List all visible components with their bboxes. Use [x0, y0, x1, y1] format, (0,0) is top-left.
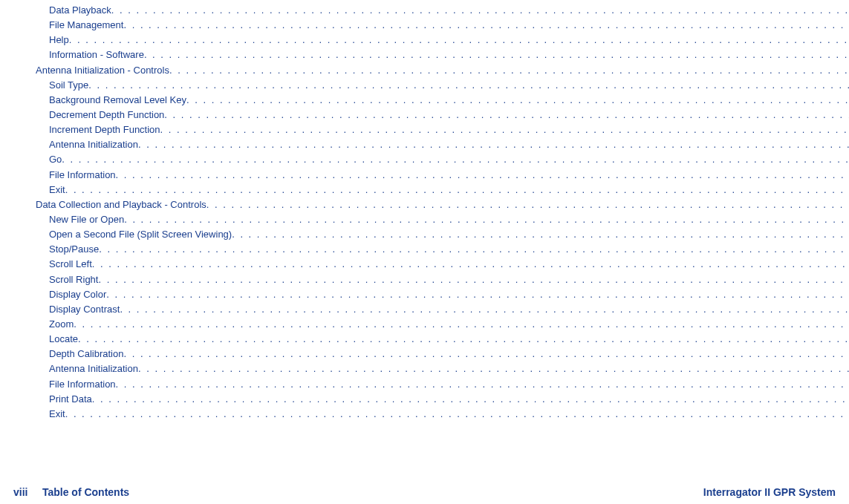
toc-entry[interactable]: Data Collection and Playback - Controls3… [13, 197, 849, 212]
toc-entry[interactable]: Increment Depth Function30-5 [13, 122, 849, 137]
toc-entry[interactable]: Print Data30-11 [13, 392, 849, 407]
toc-leader-dots [65, 407, 849, 422]
toc-entry-label: Antenna Initialization [49, 361, 138, 376]
toc-leader-dots [160, 122, 849, 137]
footer-title: Table of Contents [42, 486, 129, 498]
toc-entry-label: File Management [49, 18, 123, 33]
toc-entry-label: Increment Depth Function [49, 122, 160, 137]
toc-entry[interactable]: Display Contrast30-9 [13, 302, 849, 317]
toc-entry-label: Open a Second File (Split Screen Viewing… [49, 227, 232, 242]
toc-entry[interactable]: Open a Second File (Split Screen Viewing… [13, 227, 849, 242]
toc-entry-label: Exit [49, 183, 65, 197]
toc-leader-dots [123, 18, 849, 33]
toc-entry-label: Decrement Depth Function [49, 108, 164, 122]
toc-entry[interactable]: Zoom30-10 [13, 317, 849, 332]
toc-entry[interactable]: Data Playback30-2 [13, 3, 849, 18]
toc-entry[interactable]: Go30-6 [13, 152, 849, 167]
toc-entry[interactable]: Antenna Initialization30-5 [13, 137, 849, 152]
toc-entry-label: File Information [49, 168, 116, 183]
toc-entry-label: Soil Type [49, 78, 88, 93]
toc-leader-dots [69, 33, 849, 48]
toc-entry-label: Help [49, 33, 69, 48]
toc-leader-dots [164, 108, 849, 122]
toc-entry[interactable]: Scroll Left30-8 [13, 257, 849, 272]
toc-leader-dots [88, 78, 849, 93]
toc-entry-label: File Information [49, 377, 116, 392]
toc-leader-dots [106, 287, 849, 302]
toc-columns: Data Playback30-2File Management30-2Help… [13, 3, 836, 479]
toc-entry-label: Information - Software [49, 48, 144, 62]
toc-leader-dots [92, 392, 849, 407]
toc-leader-dots [123, 347, 849, 361]
toc-leader-dots [138, 137, 849, 152]
toc-entry[interactable]: Antenna Initialization30-10 [13, 361, 849, 376]
toc-entry[interactable]: Stop/Pause30-8 [13, 242, 849, 257]
toc-entry-label: Stop/Pause [49, 242, 99, 257]
toc-entry[interactable]: Exit30-11 [13, 407, 849, 422]
toc-entry[interactable]: Antenna Initialization - Controls30-3 [13, 63, 849, 78]
toc-entry-label: Scroll Left [49, 257, 92, 272]
page-footer: viii Table of Contents Interragator II G… [13, 479, 836, 498]
toc-entry-label: New File or Open [49, 212, 124, 227]
toc-entry-label: Scroll Right [49, 272, 98, 287]
toc-entry[interactable]: Scroll Right30-8 [13, 272, 849, 287]
toc-entry-label: Display Color [49, 287, 106, 302]
toc-entry[interactable]: File Management30-2 [13, 18, 849, 33]
footer-left: viii Table of Contents [13, 486, 129, 498]
toc-leader-dots [144, 48, 849, 62]
toc-entry-label: Depth Calibration [49, 347, 123, 361]
toc-leader-dots [78, 332, 849, 347]
footer-right: Interragator II GPR System [703, 486, 836, 498]
toc-leader-dots [169, 63, 849, 78]
toc-leader-dots [65, 183, 849, 197]
toc-entry[interactable]: Background Removal Level Key30-4 [13, 93, 849, 108]
toc-leader-dots [124, 212, 849, 227]
toc-entry-label: Zoom [49, 317, 74, 332]
toc-leader-dots [138, 361, 849, 376]
toc-leader-dots [92, 257, 849, 272]
toc-entry-label: Data Playback [49, 3, 111, 18]
toc-leader-dots [99, 242, 849, 257]
toc-entry[interactable]: File Information30-11 [13, 377, 849, 392]
toc-entry[interactable]: Depth Calibration30-10 [13, 347, 849, 361]
toc-entry-label: Antenna Initialization - Controls [36, 63, 169, 78]
toc-entry[interactable]: Exit30-6 [13, 183, 849, 197]
toc-leader-dots [62, 152, 849, 167]
toc-leader-dots [116, 168, 849, 183]
toc-entry[interactable]: Display Color30-9 [13, 287, 849, 302]
toc-leader-dots [98, 272, 849, 287]
toc-entry-label: Locate [49, 332, 78, 347]
toc-entry-label: Go [49, 152, 62, 167]
toc-leader-dots [120, 302, 849, 317]
toc-leader-dots [186, 93, 849, 108]
toc-entry[interactable]: Locate30-10 [13, 332, 849, 347]
toc-entry[interactable]: Decrement Depth Function30-5 [13, 108, 849, 122]
toc-leader-dots [206, 197, 849, 212]
toc-entry-label: Display Contrast [49, 302, 120, 317]
toc-entry-label: Background Removal Level Key [49, 93, 186, 108]
toc-entry-label: Exit [49, 407, 65, 422]
toc-leader-dots [116, 377, 849, 392]
page-number: viii [13, 486, 27, 498]
toc-entry[interactable]: Help30-2 [13, 33, 849, 48]
toc-entry-label: Print Data [49, 392, 92, 407]
toc-left-column: Data Playback30-2File Management30-2Help… [13, 3, 849, 479]
toc-entry-label: Antenna Initialization [49, 137, 138, 152]
toc-entry-label: Data Collection and Playback - Controls [36, 197, 206, 212]
toc-entry[interactable]: Soil Type30-4 [13, 78, 849, 93]
toc-entry[interactable]: Information - Software30-3 [13, 48, 849, 62]
toc-entry[interactable]: File Information30-6 [13, 168, 849, 183]
toc-entry[interactable]: New File or Open30-7 [13, 212, 849, 227]
toc-leader-dots [111, 3, 849, 18]
toc-leader-dots [232, 227, 849, 242]
toc-leader-dots [74, 317, 849, 332]
